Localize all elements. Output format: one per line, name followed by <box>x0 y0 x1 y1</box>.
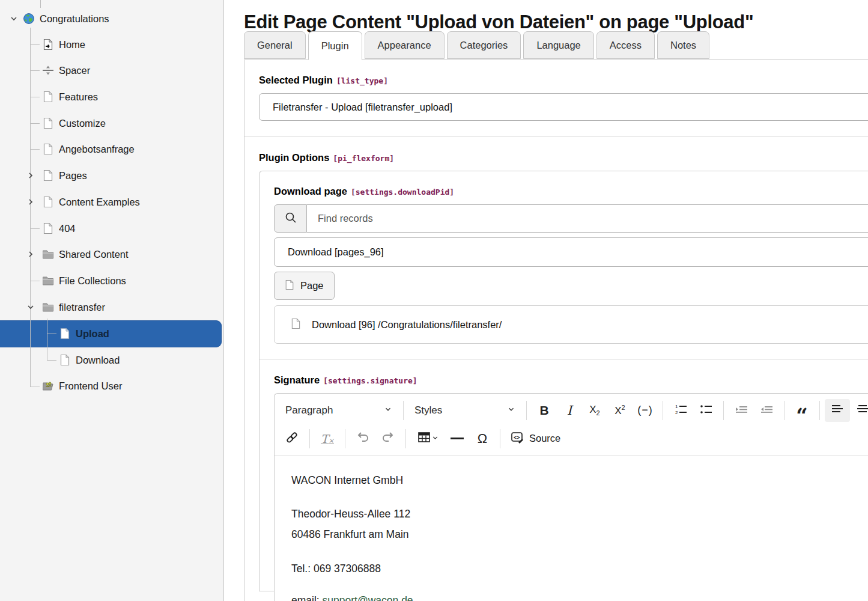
search-icon-button[interactable] <box>274 204 307 233</box>
tree-item-content-examples[interactable]: Content Examples <box>0 189 266 215</box>
tree-item-angebotsanfrage[interactable]: Angebotsanfrage <box>0 136 266 162</box>
selected-page-record[interactable]: Download [96] /Congratulations/filetrans… <box>274 305 868 344</box>
tree-item-upload-selected[interactable]: Upload <box>0 320 282 347</box>
tab-access[interactable]: Access <box>596 31 655 59</box>
undo-button[interactable] <box>350 427 375 450</box>
tree-item-congratulations[interactable]: Congratulations <box>0 5 232 32</box>
tree-item-label[interactable]: filetransfer <box>59 302 105 313</box>
paragraph-format-dropdown[interactable]: Paragraph <box>279 399 398 422</box>
signature-email-prefix: email: <box>291 594 323 601</box>
special-characters-button[interactable]: Ω <box>470 427 495 450</box>
tree-item-file-collections[interactable]: File Collections <box>0 267 266 294</box>
page-title: Edit Page Content "Upload von Dateien" o… <box>244 11 753 33</box>
tree-item-label[interactable]: 404 <box>59 223 76 234</box>
download-page-label: Download page <box>274 186 347 197</box>
tree-item-label[interactable]: Pages <box>59 170 87 182</box>
editor-content-area[interactable]: WACON Internet GmbH Theodor-Heuss-Allee … <box>275 456 868 601</box>
plugin-options-label: Plugin Options <box>259 152 329 163</box>
align-center-button[interactable] <box>850 399 868 422</box>
form-tabs: General Plugin Appearance Categories Lan… <box>244 31 709 59</box>
toolbar-row-1: Paragraph Styles B I X2 X2 (−) <box>279 396 868 424</box>
tab-general[interactable]: General <box>244 31 306 59</box>
align-center-icon <box>855 402 868 419</box>
styles-dropdown-label: Styles <box>414 404 442 416</box>
insert-table-button[interactable] <box>411 427 445 450</box>
blockquote-button[interactable]: “ <box>789 399 815 422</box>
tab-plugin[interactable]: Plugin <box>308 31 362 60</box>
tree-item-label[interactable]: Home <box>59 39 85 50</box>
numbered-list-button[interactable]: 12 <box>668 399 693 422</box>
soft-hyphen-button[interactable]: (−) <box>633 399 658 422</box>
selected-plugin-select[interactable]: Filetransfer - Upload [filetransfer_uplo… <box>259 93 868 121</box>
remove-format-button[interactable]: T× <box>315 427 340 450</box>
folder-users-icon <box>42 380 54 392</box>
tree-item-customize[interactable]: Customize <box>0 110 266 136</box>
table-icon <box>417 430 431 447</box>
selected-record-listbox[interactable]: Download [pages_96] <box>274 237 868 267</box>
tree-item-label[interactable]: Content Examples <box>59 197 140 208</box>
chevron-right-icon[interactable] <box>25 197 36 207</box>
undo-icon <box>355 430 371 448</box>
tree-item-shared-content[interactable]: Shared Content <box>0 241 266 267</box>
tree-item-features[interactable]: Features <box>0 84 266 110</box>
chevron-right-icon[interactable] <box>25 249 36 260</box>
tab-language[interactable]: Language <box>523 31 593 59</box>
tree-item-filetransfer[interactable]: filetransfer <box>0 294 266 320</box>
indent-button[interactable] <box>729 399 754 422</box>
signature-label: Signature <box>274 374 320 385</box>
subscript-button[interactable]: X2 <box>582 399 607 422</box>
chevron-right-icon[interactable] <box>25 170 36 181</box>
browse-page-button[interactable]: Page <box>274 272 335 300</box>
align-left-button[interactable] <box>825 399 850 422</box>
tree-item-frontend-user[interactable]: Frontend User <box>0 373 266 399</box>
folder-icon <box>42 275 54 287</box>
tree-item-label[interactable]: Frontend User <box>59 380 122 392</box>
horizontal-line-button[interactable] <box>445 427 470 450</box>
chevron-down-icon[interactable] <box>8 13 19 24</box>
bold-button[interactable]: B <box>532 399 557 422</box>
toolbar-separator <box>405 429 406 448</box>
page-icon <box>285 279 294 293</box>
tree-item-label[interactable]: Congratulations <box>40 13 109 25</box>
selected-plugin-tag: [list_type] <box>336 76 388 85</box>
tree-item-download[interactable]: Download <box>0 347 282 373</box>
styles-dropdown[interactable]: Styles <box>408 399 521 422</box>
tree-item-pages[interactable]: Pages <box>0 162 266 189</box>
redo-icon <box>380 430 396 448</box>
signature-company-line: WACON Internet GmbH <box>291 472 868 488</box>
tab-notes[interactable]: Notes <box>657 31 709 59</box>
page-icon <box>291 318 301 332</box>
tree-item-label[interactable]: Upload <box>76 328 109 340</box>
source-button[interactable]: <> Source <box>505 427 575 450</box>
superscript-button[interactable]: X2 <box>607 399 633 422</box>
tree-item-label[interactable]: Download <box>76 355 120 366</box>
tree-item-label[interactable]: File Collections <box>59 275 126 287</box>
signature-tag: [settings.signature] <box>323 376 417 385</box>
tab-appearance[interactable]: Appearance <box>365 31 445 59</box>
flexform-container: Download page[settings.downloadPid] Down… <box>259 171 868 591</box>
soft-hyphen-icon: (−) <box>637 404 653 416</box>
outdent-button[interactable] <box>754 399 779 422</box>
tab-categories[interactable]: Categories <box>447 31 521 59</box>
italic-button[interactable]: I <box>557 399 582 422</box>
tree-item-label[interactable]: Customize <box>59 118 106 129</box>
link-icon <box>285 430 299 447</box>
selected-plugin-value: Filetransfer - Upload [filetransfer_uplo… <box>273 102 452 113</box>
redo-button[interactable] <box>375 427 401 450</box>
link-button[interactable] <box>279 427 305 450</box>
find-records-input[interactable] <box>307 204 868 233</box>
tree-item-label[interactable]: Features <box>59 91 98 103</box>
tree-item-spacer[interactable]: Spacer <box>0 57 266 84</box>
tree-item-label[interactable]: Shared Content <box>59 249 129 260</box>
tree-item-label[interactable]: Spacer <box>59 65 90 76</box>
tree-item-label[interactable]: Angebotsanfrage <box>59 144 135 155</box>
bulleted-list-button[interactable] <box>693 399 718 422</box>
numbered-list-icon: 12 <box>673 402 688 419</box>
indent-icon <box>734 402 748 419</box>
record-search-group <box>274 204 868 233</box>
signature-email-link[interactable]: support@wacon.de <box>323 594 413 601</box>
chevron-down-icon[interactable] <box>25 302 36 313</box>
page-icon <box>59 354 71 366</box>
tree-item-home[interactable]: Home <box>0 31 266 58</box>
tree-item-404[interactable]: 404 <box>0 215 266 242</box>
